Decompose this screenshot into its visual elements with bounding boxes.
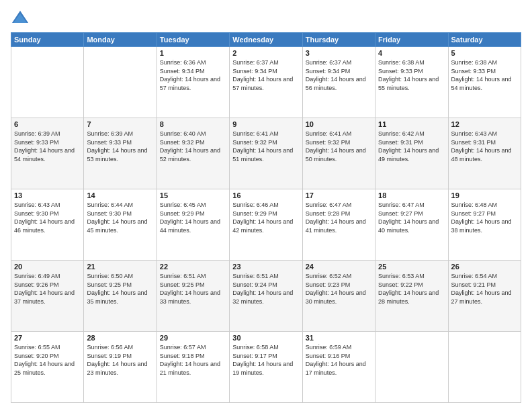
calendar-day-cell: 2 Sunrise: 6:37 AM Sunset: 9:34 PM Dayli… xyxy=(230,47,302,118)
calendar-day-cell: 31 Sunrise: 6:59 AM Sunset: 9:16 PM Dayl… xyxy=(302,332,375,403)
day-info: Sunrise: 6:59 AM Sunset: 9:16 PM Dayligh… xyxy=(306,343,372,377)
calendar-body: 1 Sunrise: 6:36 AM Sunset: 9:34 PM Dayli… xyxy=(11,47,521,403)
day-info: Sunrise: 6:39 AM Sunset: 9:33 PM Dayligh… xyxy=(14,130,81,163)
day-info: Sunrise: 6:46 AM Sunset: 9:29 PM Dayligh… xyxy=(232,201,299,234)
calendar-day-cell: 23 Sunrise: 6:51 AM Sunset: 9:24 PM Dayl… xyxy=(230,261,302,332)
day-info: Sunrise: 6:41 AM Sunset: 9:32 PM Dayligh… xyxy=(232,130,299,163)
day-info: Sunrise: 6:50 AM Sunset: 9:25 PM Dayligh… xyxy=(87,272,153,306)
calendar-day-cell: 8 Sunrise: 6:40 AM Sunset: 9:32 PM Dayli… xyxy=(157,118,229,189)
day-number: 18 xyxy=(378,191,445,199)
day-number: 9 xyxy=(232,120,299,128)
calendar-day-cell: 1 Sunrise: 6:36 AM Sunset: 9:34 PM Dayli… xyxy=(157,47,229,118)
weekday-header: Friday xyxy=(375,33,448,47)
calendar-day-cell: 25 Sunrise: 6:53 AM Sunset: 9:22 PM Dayl… xyxy=(375,261,448,332)
calendar-day-cell: 15 Sunrise: 6:45 AM Sunset: 9:29 PM Dayl… xyxy=(157,189,229,261)
day-info: Sunrise: 6:47 AM Sunset: 9:28 PM Dayligh… xyxy=(306,201,372,234)
day-number: 11 xyxy=(378,120,445,128)
day-info: Sunrise: 6:58 AM Sunset: 9:17 PM Dayligh… xyxy=(232,343,299,377)
day-number: 29 xyxy=(160,334,226,342)
calendar-day-cell: 12 Sunrise: 6:43 AM Sunset: 9:31 PM Dayl… xyxy=(448,118,521,189)
day-number: 26 xyxy=(451,263,518,271)
logo xyxy=(11,8,32,27)
day-number: 16 xyxy=(232,191,299,199)
day-info: Sunrise: 6:43 AM Sunset: 9:31 PM Dayligh… xyxy=(451,130,518,163)
calendar-week-row: 20 Sunrise: 6:49 AM Sunset: 9:26 PM Dayl… xyxy=(11,261,521,332)
day-info: Sunrise: 6:38 AM Sunset: 9:33 PM Dayligh… xyxy=(451,58,518,92)
day-info: Sunrise: 6:49 AM Sunset: 9:26 PM Dayligh… xyxy=(14,272,81,306)
day-info: Sunrise: 6:57 AM Sunset: 9:18 PM Dayligh… xyxy=(160,343,226,377)
calendar-day-cell: 27 Sunrise: 6:55 AM Sunset: 9:20 PM Dayl… xyxy=(11,332,84,403)
calendar-day-cell: 7 Sunrise: 6:39 AM Sunset: 9:33 PM Dayli… xyxy=(84,118,157,189)
day-info: Sunrise: 6:39 AM Sunset: 9:33 PM Dayligh… xyxy=(87,130,153,163)
day-number: 27 xyxy=(14,334,81,342)
day-number: 24 xyxy=(306,263,372,271)
calendar-table: SundayMondayTuesdayWednesdayThursdayFrid… xyxy=(11,32,521,403)
calendar-day-cell: 14 Sunrise: 6:44 AM Sunset: 9:30 PM Dayl… xyxy=(84,189,157,261)
day-info: Sunrise: 6:53 AM Sunset: 9:22 PM Dayligh… xyxy=(378,272,445,306)
weekday-header: Sunday xyxy=(11,33,84,47)
calendar-day-cell: 11 Sunrise: 6:42 AM Sunset: 9:31 PM Dayl… xyxy=(375,118,448,189)
calendar-day-cell: 16 Sunrise: 6:46 AM Sunset: 9:29 PM Dayl… xyxy=(230,189,302,261)
day-info: Sunrise: 6:38 AM Sunset: 9:33 PM Dayligh… xyxy=(378,58,445,92)
calendar-day-cell: 3 Sunrise: 6:37 AM Sunset: 9:34 PM Dayli… xyxy=(302,47,375,118)
calendar-week-row: 1 Sunrise: 6:36 AM Sunset: 9:34 PM Dayli… xyxy=(11,47,521,118)
calendar-day-cell: 6 Sunrise: 6:39 AM Sunset: 9:33 PM Dayli… xyxy=(11,118,84,189)
day-number: 25 xyxy=(378,263,445,271)
day-number: 28 xyxy=(87,334,153,342)
calendar-day-cell: 30 Sunrise: 6:58 AM Sunset: 9:17 PM Dayl… xyxy=(230,332,302,403)
calendar-day-cell xyxy=(84,47,157,118)
calendar-day-cell: 26 Sunrise: 6:54 AM Sunset: 9:21 PM Dayl… xyxy=(448,261,521,332)
day-info: Sunrise: 6:37 AM Sunset: 9:34 PM Dayligh… xyxy=(232,58,299,92)
day-info: Sunrise: 6:51 AM Sunset: 9:25 PM Dayligh… xyxy=(160,272,226,306)
calendar-day-cell xyxy=(375,332,448,403)
calendar-day-cell: 19 Sunrise: 6:48 AM Sunset: 9:27 PM Dayl… xyxy=(448,189,521,261)
calendar-day-cell: 13 Sunrise: 6:43 AM Sunset: 9:30 PM Dayl… xyxy=(11,189,84,261)
day-info: Sunrise: 6:37 AM Sunset: 9:34 PM Dayligh… xyxy=(306,58,372,92)
weekday-header: Tuesday xyxy=(157,33,229,47)
day-number: 4 xyxy=(378,49,445,57)
day-info: Sunrise: 6:56 AM Sunset: 9:19 PM Dayligh… xyxy=(87,343,153,377)
calendar-week-row: 13 Sunrise: 6:43 AM Sunset: 9:30 PM Dayl… xyxy=(11,189,521,261)
calendar-day-cell: 22 Sunrise: 6:51 AM Sunset: 9:25 PM Dayl… xyxy=(157,261,229,332)
day-number: 23 xyxy=(232,263,299,271)
calendar-header: SundayMondayTuesdayWednesdayThursdayFrid… xyxy=(11,33,521,47)
day-number: 31 xyxy=(306,334,372,342)
weekday-header: Thursday xyxy=(302,33,375,47)
calendar-day-cell xyxy=(448,332,521,403)
day-info: Sunrise: 6:36 AM Sunset: 9:34 PM Dayligh… xyxy=(160,58,226,92)
day-number: 19 xyxy=(451,191,518,199)
calendar-day-cell: 4 Sunrise: 6:38 AM Sunset: 9:33 PM Dayli… xyxy=(375,47,448,118)
logo-icon xyxy=(11,8,30,27)
weekday-header: Monday xyxy=(84,33,157,47)
calendar-week-row: 6 Sunrise: 6:39 AM Sunset: 9:33 PM Dayli… xyxy=(11,118,521,189)
calendar-day-cell: 18 Sunrise: 6:47 AM Sunset: 9:27 PM Dayl… xyxy=(375,189,448,261)
day-info: Sunrise: 6:45 AM Sunset: 9:29 PM Dayligh… xyxy=(160,201,226,234)
calendar-day-cell: 10 Sunrise: 6:41 AM Sunset: 9:32 PM Dayl… xyxy=(302,118,375,189)
day-number: 6 xyxy=(14,120,81,128)
day-number: 8 xyxy=(160,120,226,128)
day-number: 14 xyxy=(87,191,153,199)
calendar-day-cell: 28 Sunrise: 6:56 AM Sunset: 9:19 PM Dayl… xyxy=(84,332,157,403)
calendar-day-cell: 29 Sunrise: 6:57 AM Sunset: 9:18 PM Dayl… xyxy=(157,332,229,403)
day-number: 17 xyxy=(306,191,372,199)
day-info: Sunrise: 6:43 AM Sunset: 9:30 PM Dayligh… xyxy=(14,201,81,234)
day-number: 7 xyxy=(87,120,153,128)
weekday-header: Wednesday xyxy=(230,33,302,47)
header xyxy=(11,8,521,27)
day-number: 13 xyxy=(14,191,81,199)
weekday-header: Saturday xyxy=(448,33,521,47)
day-info: Sunrise: 6:51 AM Sunset: 9:24 PM Dayligh… xyxy=(232,272,299,306)
day-number: 10 xyxy=(306,120,372,128)
day-number: 2 xyxy=(232,49,299,57)
day-number: 21 xyxy=(87,263,153,271)
day-number: 30 xyxy=(232,334,299,342)
calendar-day-cell: 20 Sunrise: 6:49 AM Sunset: 9:26 PM Dayl… xyxy=(11,261,84,332)
day-number: 5 xyxy=(451,49,518,57)
calendar-week-row: 27 Sunrise: 6:55 AM Sunset: 9:20 PM Dayl… xyxy=(11,332,521,403)
day-info: Sunrise: 6:40 AM Sunset: 9:32 PM Dayligh… xyxy=(160,130,226,163)
day-info: Sunrise: 6:44 AM Sunset: 9:30 PM Dayligh… xyxy=(87,201,153,234)
calendar-day-cell: 24 Sunrise: 6:52 AM Sunset: 9:23 PM Dayl… xyxy=(302,261,375,332)
calendar-day-cell: 17 Sunrise: 6:47 AM Sunset: 9:28 PM Dayl… xyxy=(302,189,375,261)
day-number: 12 xyxy=(451,120,518,128)
calendar-day-cell: 9 Sunrise: 6:41 AM Sunset: 9:32 PM Dayli… xyxy=(230,118,302,189)
